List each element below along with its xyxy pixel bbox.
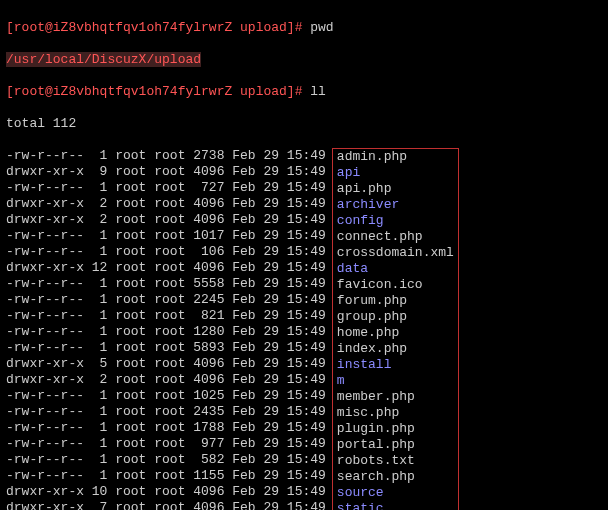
pwd-output: /usr/local/DiscuzX/upload xyxy=(6,52,602,68)
file-name: robots.txt xyxy=(337,453,415,468)
list-item: archiver xyxy=(337,197,454,213)
directory-name: static xyxy=(337,501,384,510)
filename-column-highlight: admin.phpapiapi.phparchiverconfigconnect… xyxy=(332,148,459,510)
file-name: index.php xyxy=(337,341,407,356)
shell-prompt: [root@iZ8vbhqtfqv1oh74fylrwrZ upload]# xyxy=(6,84,310,99)
list-item: m xyxy=(337,373,454,389)
file-name: admin.php xyxy=(337,149,407,164)
total-label: total 112 xyxy=(6,116,76,131)
ll-command-line: [root@iZ8vbhqtfqv1oh74fylrwrZ upload]# l… xyxy=(6,84,602,100)
list-item: install xyxy=(337,357,454,373)
current-path: /usr/local/DiscuzX/upload xyxy=(6,52,201,67)
file-meta-column: -rw-r--r-- 1 root root 2738 Feb 29 15:49… xyxy=(6,148,326,510)
list-item: index.php xyxy=(337,341,454,357)
file-name: forum.php xyxy=(337,293,407,308)
list-item: source xyxy=(337,485,454,501)
list-item: plugin.php xyxy=(337,421,454,437)
file-name: member.php xyxy=(337,389,415,404)
list-item: config xyxy=(337,213,454,229)
file-name: misc.php xyxy=(337,405,399,420)
pwd-command-line: [root@iZ8vbhqtfqv1oh74fylrwrZ upload]# p… xyxy=(6,20,602,36)
directory-name: api xyxy=(337,165,360,180)
list-item: connect.php xyxy=(337,229,454,245)
list-item: group.php xyxy=(337,309,454,325)
directory-name: archiver xyxy=(337,197,399,212)
list-item: robots.txt xyxy=(337,453,454,469)
file-name: home.php xyxy=(337,325,399,340)
shell-prompt: [root@iZ8vbhqtfqv1oh74fylrwrZ upload]# xyxy=(6,20,310,35)
directory-name: install xyxy=(337,357,392,372)
command-ll: ll xyxy=(310,84,326,99)
list-item: member.php xyxy=(337,389,454,405)
directory-name: data xyxy=(337,261,368,276)
directory-name: source xyxy=(337,485,384,500)
file-name: plugin.php xyxy=(337,421,415,436)
file-name: connect.php xyxy=(337,229,423,244)
list-item: data xyxy=(337,261,454,277)
file-name: search.php xyxy=(337,469,415,484)
terminal[interactable]: [root@iZ8vbhqtfqv1oh74fylrwrZ upload]# p… xyxy=(0,0,608,510)
list-item: crossdomain.xml xyxy=(337,245,454,261)
list-item: api xyxy=(337,165,454,181)
total-line: total 112 xyxy=(6,116,602,132)
list-item: search.php xyxy=(337,469,454,485)
file-name: crossdomain.xml xyxy=(337,245,454,260)
list-item: admin.php xyxy=(337,149,454,165)
file-listing: -rw-r--r-- 1 root root 2738 Feb 29 15:49… xyxy=(6,148,602,510)
file-name: favicon.ico xyxy=(337,277,423,292)
file-name: api.php xyxy=(337,181,392,196)
list-item: home.php xyxy=(337,325,454,341)
list-item: portal.php xyxy=(337,437,454,453)
list-item: static xyxy=(337,501,454,510)
list-item: favicon.ico xyxy=(337,277,454,293)
command-pwd: pwd xyxy=(310,20,333,35)
list-item: api.php xyxy=(337,181,454,197)
file-name: portal.php xyxy=(337,437,415,452)
file-name: group.php xyxy=(337,309,407,324)
list-item: forum.php xyxy=(337,293,454,309)
directory-name: m xyxy=(337,373,345,388)
directory-name: config xyxy=(337,213,384,228)
list-item: misc.php xyxy=(337,405,454,421)
